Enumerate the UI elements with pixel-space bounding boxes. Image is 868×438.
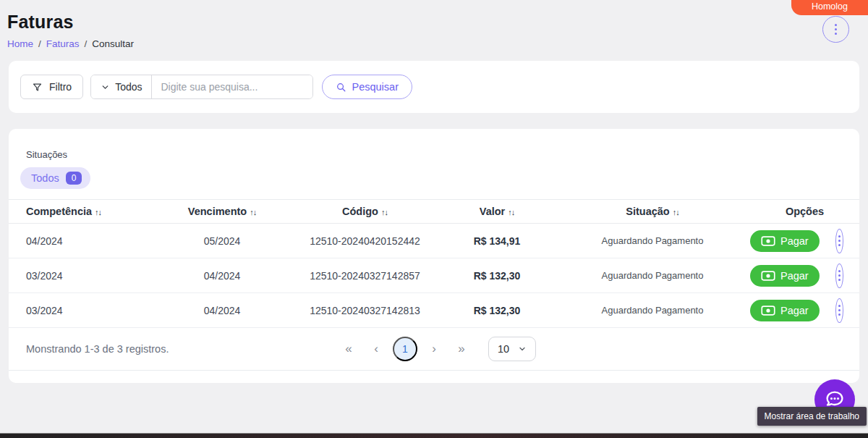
cash-icon: [761, 270, 775, 282]
last-page-button[interactable]: »: [451, 338, 472, 360]
pagination-bar: Monstrando 1-3 de 3 registros. « ‹ 1 › »…: [9, 328, 859, 370]
kebab-vertical-icon: [838, 270, 841, 281]
kebab-vertical-icon: [838, 235, 841, 246]
column-header-opcoes: Opções: [750, 200, 859, 224]
pay-button-label: Pagar: [780, 270, 809, 282]
pager: « ‹ 1 › » 10: [338, 337, 536, 361]
cell-valor: R$ 134,91: [439, 224, 555, 258]
breadcrumb-separator: /: [85, 38, 88, 49]
pay-button-label: Pagar: [780, 235, 809, 247]
results-panel: Situações Todos 0 Competência↑↓ Vencimen…: [9, 129, 859, 383]
search-scope-label: Todos: [115, 81, 142, 93]
column-label: Competência: [26, 206, 92, 217]
row-menu-button[interactable]: [835, 264, 843, 288]
sort-icon: ↑↓: [508, 208, 514, 216]
chevron-down-icon: [101, 83, 110, 92]
page-size-value: 10: [498, 343, 509, 355]
table-row: 03/2024 04/2024 12510-20240327142813 R$ …: [9, 293, 859, 328]
situation-chip-count-badge: 0: [66, 172, 82, 185]
cell-competencia: 03/2024: [9, 293, 153, 328]
search-button-label: Pesquisar: [352, 81, 398, 93]
situation-chip-todos[interactable]: Todos 0: [20, 167, 90, 189]
table-header-row: Competência↑↓ Vencimento↑↓ Código↑↓ Valo…: [9, 200, 859, 224]
situation-chip-label: Todos: [31, 172, 59, 184]
sort-icon: ↑↓: [250, 208, 256, 216]
column-label: Vencimento: [188, 206, 247, 217]
filter-button[interactable]: Filtro: [20, 75, 83, 99]
cash-icon: [761, 235, 775, 247]
kebab-vertical-icon: [838, 305, 841, 316]
invoices-table: Competência↑↓ Vencimento↑↓ Código↑↓ Valo…: [9, 199, 859, 328]
show-desktop-tooltip: Mostrar área de trabalho: [757, 407, 867, 426]
search-button[interactable]: Pesquisar: [322, 75, 412, 99]
breadcrumb-separator: /: [38, 38, 41, 49]
header-menu-button[interactable]: [822, 16, 849, 43]
breadcrumb-link-faturas[interactable]: Faturas: [46, 38, 80, 49]
magnifier-icon: [336, 82, 346, 93]
page-size-select[interactable]: 10: [488, 337, 536, 361]
cell-situacao: Aguardando Pagamento: [555, 258, 750, 293]
taskbar-edge[interactable]: [0, 433, 868, 438]
page-title: Faturas: [7, 12, 851, 33]
row-menu-button[interactable]: [835, 229, 843, 253]
cash-icon: [761, 305, 775, 316]
chevron-down-icon: [518, 345, 527, 353]
first-page-button[interactable]: «: [338, 338, 359, 360]
cell-vencimento: 04/2024: [153, 258, 291, 293]
breadcrumb-current: Consultar: [92, 38, 134, 49]
column-label: Valor: [480, 206, 505, 217]
cell-opcoes: Pagar: [750, 293, 859, 328]
cell-competencia: 03/2024: [9, 258, 153, 293]
cell-codigo: 12510-20240327142813: [291, 293, 439, 328]
cell-valor: R$ 132,30: [439, 258, 555, 293]
breadcrumb-link-home[interactable]: Home: [7, 38, 33, 49]
next-page-button[interactable]: ›: [423, 338, 445, 360]
environment-badge: Homolog: [791, 0, 868, 15]
column-label: Opções: [786, 206, 824, 217]
cell-competencia: 04/2024: [9, 224, 153, 258]
column-label: Código: [342, 206, 378, 217]
search-scope-dropdown[interactable]: Todos: [91, 75, 152, 98]
cell-vencimento: 05/2024: [153, 224, 291, 258]
column-label: Situação: [626, 206, 669, 217]
pay-button[interactable]: Pagar: [750, 265, 820, 287]
pay-button[interactable]: Pagar: [750, 230, 820, 252]
kebab-vertical-icon: [835, 24, 837, 35]
column-header-vencimento[interactable]: Vencimento↑↓: [153, 200, 291, 224]
filter-button-label: Filtro: [49, 81, 72, 93]
row-menu-button[interactable]: [835, 298, 843, 323]
cell-opcoes: Pagar: [750, 224, 859, 258]
sort-icon: ↑↓: [381, 208, 388, 216]
pagination-summary: Monstrando 1-3 de 3 registros.: [26, 343, 169, 355]
breadcrumb: Home / Faturas / Consultar: [7, 38, 851, 49]
cell-opcoes: Pagar: [750, 258, 859, 293]
pay-button[interactable]: Pagar: [750, 300, 820, 321]
current-page-button[interactable]: 1: [393, 337, 417, 361]
table-row: 03/2024 04/2024 12510-20240327142857 R$ …: [9, 258, 859, 293]
cell-codigo: 12510-20240420152442: [291, 224, 439, 258]
filter-toolbar: Filtro Todos Pesquisar: [9, 61, 859, 113]
previous-page-button[interactable]: ‹: [365, 338, 387, 360]
cell-situacao: Aguardando Pagamento: [555, 224, 750, 258]
sort-icon: ↑↓: [95, 208, 101, 216]
search-input[interactable]: [152, 75, 312, 98]
column-header-situacao[interactable]: Situação↑↓: [555, 200, 750, 224]
table-row: 04/2024 05/2024 12510-20240420152442 R$ …: [9, 224, 859, 258]
funnel-icon: [32, 82, 43, 93]
column-header-codigo[interactable]: Código↑↓: [291, 200, 439, 224]
search-group: Todos: [90, 75, 313, 99]
cell-codigo: 12510-20240327142857: [291, 258, 439, 293]
cell-situacao: Aguardando Pagamento: [555, 293, 750, 328]
page-header: Faturas Home / Faturas / Consultar: [0, 0, 868, 49]
cell-valor: R$ 132,30: [439, 293, 555, 328]
pay-button-label: Pagar: [780, 305, 809, 316]
card-footer-divider: [9, 370, 859, 383]
situations-label: Situações: [26, 149, 859, 160]
sort-icon: ↑↓: [673, 208, 679, 216]
cell-vencimento: 04/2024: [153, 293, 291, 328]
column-header-valor[interactable]: Valor↑↓: [439, 200, 555, 224]
column-header-competencia[interactable]: Competência↑↓: [9, 200, 153, 224]
